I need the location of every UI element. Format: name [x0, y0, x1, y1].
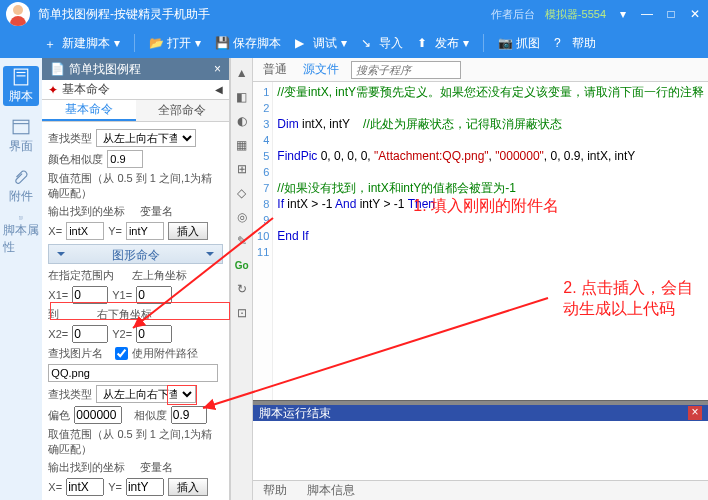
svg-rect-5 — [20, 216, 23, 220]
import-button[interactable]: ↘导入 — [361, 35, 403, 52]
tool-icon-2[interactable]: ◐ — [233, 112, 251, 130]
svg-rect-0 — [14, 69, 28, 85]
code-area[interactable]: 1234567891011 //变量intX, intY需要预先定义。如果您还没… — [253, 82, 708, 400]
close-debug-icon[interactable]: × — [688, 406, 702, 420]
debug-button[interactable]: ▶调试▾ — [295, 35, 347, 52]
go-button[interactable]: Go — [233, 256, 251, 274]
shape-commands-header[interactable]: 图形命令 — [48, 244, 223, 264]
vertical-toolbar: ▲ ◧ ◐ ▦ ⊞ ◇ ◎ ✎ Go ↻ ⊡ — [230, 58, 253, 500]
code-editor-pane: 普通 源文件 1234567891011 //变量intX, intY需要预先定… — [253, 58, 708, 500]
publish-button[interactable]: ⬆发布▾ — [417, 35, 469, 52]
shape-y-input[interactable] — [126, 478, 164, 496]
search-sub-input[interactable] — [351, 61, 461, 79]
shape-x-input[interactable] — [66, 478, 104, 496]
minimize-icon[interactable]: — — [640, 7, 654, 21]
status-help[interactable]: 帮助 — [263, 482, 287, 499]
tool-icon-4[interactable]: ⊞ — [233, 160, 251, 178]
find-type-select[interactable]: 从左上向右下查找 — [96, 129, 196, 147]
left-nav: 脚本 界面 附件 脚本属性 — [0, 58, 42, 500]
tool-icon-8[interactable]: ↻ — [233, 280, 251, 298]
author-backend-link[interactable]: 作者后台 — [491, 7, 535, 22]
nav-ui[interactable]: 界面 — [3, 116, 39, 156]
open-button[interactable]: 📂打开▾ — [149, 35, 201, 52]
command-panel: 📄 简单找图例程× ✦ 基本命令◀ 基本命令 全部命令 查找类型从左上向右下查找… — [42, 58, 230, 500]
debug-output: 脚本运行结束× — [253, 400, 708, 480]
window-title: 简单找图例程-按键精灵手机助手 — [38, 6, 491, 23]
y-var-input[interactable] — [126, 222, 164, 240]
tool-icon-9[interactable]: ⊡ — [233, 304, 251, 322]
nav-properties[interactable]: 脚本属性 — [3, 216, 39, 256]
tool-icon-3[interactable]: ▦ — [233, 136, 251, 154]
maximize-icon[interactable]: □ — [664, 7, 678, 21]
x2-input[interactable] — [72, 325, 108, 343]
insert-button-2[interactable]: 插入 — [168, 478, 208, 496]
image-name-input[interactable] — [48, 364, 218, 382]
new-script-button[interactable]: ＋新建脚本▾ — [44, 35, 120, 52]
status-info[interactable]: 脚本信息 — [307, 482, 355, 499]
file-icon: 📄 — [50, 62, 65, 76]
statusbar: 帮助 脚本信息 — [253, 480, 708, 500]
app-avatar — [6, 2, 30, 26]
close-icon[interactable]: ✕ — [688, 7, 702, 21]
subtab-basic[interactable]: 基本命令 — [42, 100, 135, 121]
panel-tab: 📄 简单找图例程× — [42, 58, 229, 80]
line-gutter: 1234567891011 — [253, 82, 273, 400]
panel-header[interactable]: ✦ 基本命令◀ — [42, 80, 229, 100]
tab-normal[interactable]: 普通 — [259, 61, 291, 78]
nav-script[interactable]: 脚本 — [3, 66, 39, 106]
shape-sim-input[interactable] — [171, 406, 207, 424]
collapse-icon[interactable]: ◀ — [215, 84, 223, 95]
dropdown-icon[interactable]: ▾ — [616, 7, 630, 21]
svg-rect-3 — [13, 120, 29, 134]
titlebar: 简单找图例程-按键精灵手机助手 作者后台 模拟器-5554 ▾ — □ ✕ — [0, 0, 708, 28]
tool-icon-7[interactable]: ✎ — [233, 232, 251, 250]
subtab-all[interactable]: 全部命令 — [136, 100, 229, 121]
similarity-input[interactable] — [107, 150, 143, 168]
insert-button-1[interactable]: 插入 — [168, 222, 208, 240]
save-button[interactable]: 💾保存脚本 — [215, 35, 281, 52]
screenshot-button[interactable]: 📷抓图 — [498, 35, 540, 52]
tool-icon-5[interactable]: ◇ — [233, 184, 251, 202]
tab-source[interactable]: 源文件 — [299, 61, 343, 78]
color-input[interactable] — [74, 406, 122, 424]
y2-input[interactable] — [136, 325, 172, 343]
arrow-up-icon[interactable]: ▲ — [233, 64, 251, 82]
tool-icon-1[interactable]: ◧ — [233, 88, 251, 106]
y1-input[interactable] — [136, 286, 172, 304]
toolbar: ＋新建脚本▾ 📂打开▾ 💾保存脚本 ▶调试▾ ↘导入 ⬆发布▾ 📷抓图 ?帮助 — [0, 28, 708, 58]
tool-icon-6[interactable]: ◎ — [233, 208, 251, 226]
shape-type-select[interactable]: 从左上向右下查找 — [96, 385, 196, 403]
x1-input[interactable] — [72, 286, 108, 304]
help-button[interactable]: ?帮助 — [554, 35, 596, 52]
device-selector[interactable]: 模拟器-5554 — [545, 7, 606, 22]
close-tab-icon[interactable]: × — [214, 62, 221, 76]
svg-point-6 — [20, 217, 22, 219]
x-var-input[interactable] — [66, 222, 104, 240]
use-attachment-checkbox[interactable] — [115, 347, 128, 360]
nav-attachment[interactable]: 附件 — [3, 166, 39, 206]
